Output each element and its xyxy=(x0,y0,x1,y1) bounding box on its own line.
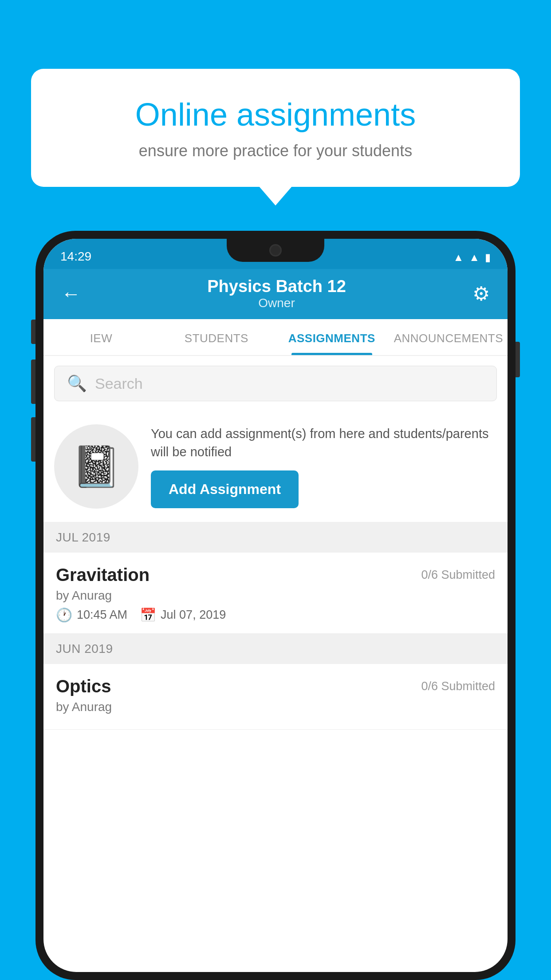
tabs-bar: IEW STUDENTS ASSIGNMENTS ANNOUNCEMENTS xyxy=(43,319,508,356)
assignment-date: Jul 07, 2019 xyxy=(161,608,226,622)
search-icon: 🔍 xyxy=(67,374,87,393)
time-meta: 🕐 10:45 AM xyxy=(56,607,127,623)
submitted-count-optics: 0/6 Submitted xyxy=(421,680,495,693)
search-container: 🔍 Search xyxy=(43,356,508,411)
speech-bubble-container: Online assignments ensure more practice … xyxy=(31,69,520,187)
search-bar[interactable]: 🔍 Search xyxy=(54,366,497,401)
tab-announcements[interactable]: ANNOUNCEMENTS xyxy=(390,319,508,355)
assignment-name-optics: Optics xyxy=(56,676,111,696)
tab-overview[interactable]: IEW xyxy=(43,319,159,355)
date-meta: 📅 Jul 07, 2019 xyxy=(140,607,226,623)
volume-silent-button xyxy=(31,320,35,344)
phone-screen: 14:29 ▲ ▲ ▮ ← Physics Batch 12 Owner ⚙ I… xyxy=(43,239,508,972)
section-header-jul: JUL 2019 xyxy=(43,522,508,553)
promo-description: You can add assignment(s) from here and … xyxy=(151,425,497,461)
volume-up-button xyxy=(31,360,35,404)
battery-icon: ▮ xyxy=(485,251,491,264)
assignment-meta: 🕐 10:45 AM 📅 Jul 07, 2019 xyxy=(56,607,495,623)
wifi-icon: ▲ xyxy=(453,251,464,264)
back-button[interactable]: ← xyxy=(61,283,81,305)
assignment-icon-circle: 📓 xyxy=(54,424,138,509)
search-placeholder: Search xyxy=(95,375,143,392)
owner-label: Owner xyxy=(207,296,346,310)
assignment-author-optics: by Anurag xyxy=(56,700,495,714)
speech-bubble: Online assignments ensure more practice … xyxy=(31,69,520,187)
phone-outer-shell: 14:29 ▲ ▲ ▮ ← Physics Batch 12 Owner ⚙ I… xyxy=(35,231,516,980)
calendar-icon: 📅 xyxy=(140,607,156,623)
power-button xyxy=(516,342,520,377)
assignment-author: by Anurag xyxy=(56,589,495,603)
add-assignment-button[interactable]: Add Assignment xyxy=(151,470,299,508)
assignment-name: Gravitation xyxy=(56,565,150,585)
assignment-top-row-optics: Optics 0/6 Submitted xyxy=(56,676,495,696)
phone-notch xyxy=(227,239,324,262)
app-header: ← Physics Batch 12 Owner ⚙ xyxy=(43,269,508,319)
batch-title: Physics Batch 12 xyxy=(207,277,346,296)
assignment-top-row: Gravitation 0/6 Submitted xyxy=(56,565,495,585)
speech-bubble-subtitle: ensure more practice for your students xyxy=(62,142,489,160)
signal-icon: ▲ xyxy=(469,251,480,264)
speech-bubble-title: Online assignments xyxy=(62,95,489,134)
clock-icon: 🕐 xyxy=(56,607,72,623)
tab-students[interactable]: STUDENTS xyxy=(159,319,274,355)
volume-down-button xyxy=(31,417,35,462)
section-header-jun: JUN 2019 xyxy=(43,634,508,664)
assignment-optics[interactable]: Optics 0/6 Submitted by Anurag xyxy=(43,664,508,730)
settings-icon[interactable]: ⚙ xyxy=(472,282,490,305)
submitted-count: 0/6 Submitted xyxy=(421,568,495,582)
status-icons: ▲ ▲ ▮ xyxy=(453,251,491,264)
header-center: Physics Batch 12 Owner xyxy=(207,277,346,310)
add-assignment-promo: 📓 You can add assignment(s) from here an… xyxy=(43,411,508,522)
status-time: 14:29 xyxy=(60,249,91,264)
tab-assignments[interactable]: ASSIGNMENTS xyxy=(274,319,390,355)
assignment-time: 10:45 AM xyxy=(77,608,127,622)
phone-mockup: 14:29 ▲ ▲ ▮ ← Physics Batch 12 Owner ⚙ I… xyxy=(35,231,516,980)
front-camera xyxy=(269,244,282,257)
assignment-gravitation[interactable]: Gravitation 0/6 Submitted by Anurag 🕐 10… xyxy=(43,553,508,634)
assignment-promo-text: You can add assignment(s) from here and … xyxy=(151,425,497,508)
notebook-icon: 📓 xyxy=(71,443,121,490)
